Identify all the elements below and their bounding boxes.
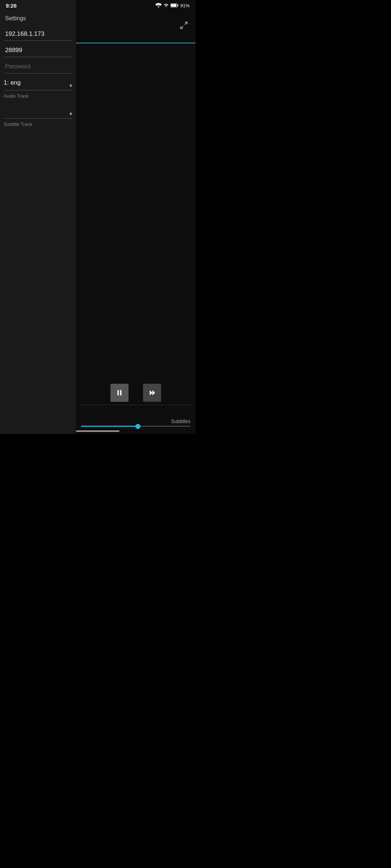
port-input[interactable] bbox=[5, 47, 71, 54]
subtitle-track-label: Subtitle Track bbox=[4, 120, 72, 131]
svg-rect-6 bbox=[120, 390, 122, 396]
audio-track-label: Audio Track bbox=[4, 92, 72, 102]
subtitles-slider[interactable] bbox=[81, 426, 190, 427]
subtitle-track-section: Subtitle Track bbox=[0, 102, 76, 131]
password-field[interactable] bbox=[4, 60, 72, 73]
fullscreen-icon[interactable] bbox=[180, 21, 188, 31]
subtitle-track-select[interactable] bbox=[4, 105, 72, 119]
ip-address-field[interactable] bbox=[4, 27, 72, 41]
battery-percentage: 91% bbox=[180, 3, 190, 8]
audio-track-select[interactable]: 1: eng bbox=[4, 77, 72, 90]
svg-rect-1 bbox=[177, 5, 178, 7]
player-controls bbox=[76, 381, 196, 405]
svg-line-3 bbox=[185, 22, 187, 25]
audio-track-section: 1: eng Audio Track bbox=[0, 75, 76, 102]
subtitles-slider-thumb[interactable] bbox=[135, 424, 140, 429]
status-time: 9:26 bbox=[6, 3, 17, 9]
svg-marker-8 bbox=[152, 390, 155, 396]
right-area bbox=[76, 0, 196, 434]
battery-icon bbox=[171, 3, 178, 8]
password-input[interactable] bbox=[5, 63, 71, 70]
audio-track-value: 1: eng bbox=[4, 77, 72, 88]
svg-marker-7 bbox=[150, 390, 152, 396]
wifi-icon bbox=[155, 3, 162, 8]
port-field[interactable] bbox=[4, 44, 72, 57]
status-bar: 9:26 91% bbox=[0, 0, 196, 11]
subtitles-slider-fill bbox=[81, 426, 138, 427]
controls-row bbox=[80, 381, 191, 405]
svg-rect-5 bbox=[118, 390, 119, 396]
home-indicator bbox=[76, 430, 119, 432]
ip-address-input[interactable] bbox=[5, 30, 71, 38]
svg-rect-2 bbox=[171, 4, 176, 7]
signal-icon bbox=[164, 3, 169, 8]
status-icons: 91% bbox=[155, 3, 190, 8]
subtitles-section: Subtitles bbox=[76, 418, 196, 427]
pause-button[interactable] bbox=[110, 384, 129, 402]
fast-forward-button[interactable] bbox=[143, 384, 161, 402]
settings-panel: Settings 1: eng Audio Track Subtitle Tra… bbox=[0, 0, 76, 434]
svg-line-4 bbox=[181, 26, 183, 29]
progress-line[interactable] bbox=[76, 43, 196, 43]
subtitles-label: Subtitles bbox=[81, 418, 190, 424]
subtitle-track-value bbox=[4, 105, 72, 116]
